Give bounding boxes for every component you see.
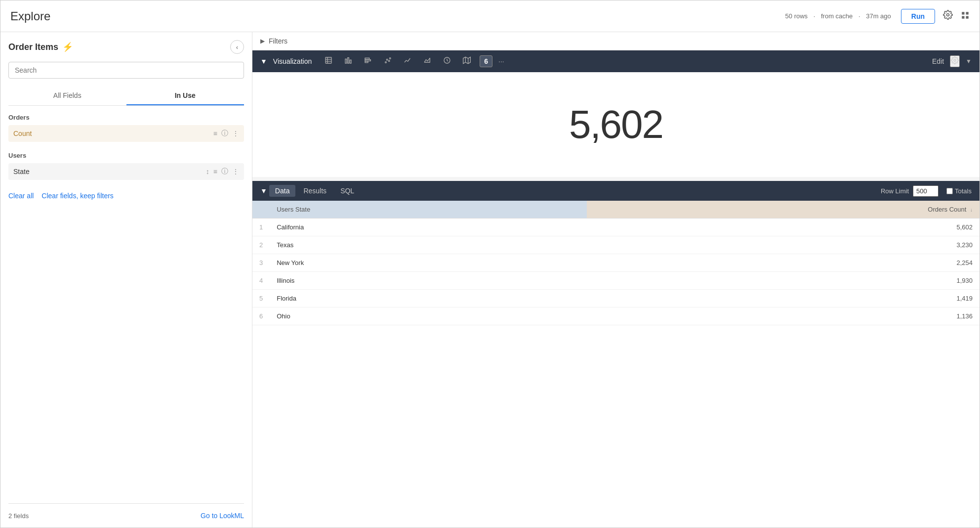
svg-point-0 bbox=[947, 14, 949, 16]
count-field[interactable]: Count ≡ ⓘ ⋮ bbox=[8, 125, 244, 142]
filter-icon[interactable]: ≡ bbox=[213, 130, 217, 137]
svg-point-15 bbox=[385, 62, 387, 63]
count-cell: 1,930 bbox=[587, 272, 980, 290]
row-number: 1 bbox=[252, 219, 270, 236]
count-field-label: Count bbox=[13, 130, 32, 137]
svg-rect-14 bbox=[365, 61, 368, 63]
viz-scatter-icon[interactable] bbox=[381, 54, 395, 68]
viz-line-icon[interactable] bbox=[401, 54, 414, 68]
tab-all-fields[interactable]: All Fields bbox=[8, 87, 126, 105]
pivot-icon[interactable]: ↕ bbox=[206, 168, 209, 176]
state-cell: New York bbox=[270, 254, 587, 272]
header-right: 50 rows · from cache · 37m ago Run bbox=[783, 9, 970, 24]
sidebar-title-row: Order Items ⚡ bbox=[8, 42, 73, 52]
state-cell: California bbox=[270, 219, 587, 236]
visualization-section: ▼ Visualization bbox=[252, 50, 980, 177]
count-cell: 1,136 bbox=[587, 308, 980, 325]
data-table: Users State Orders Count ↓ 1 California … bbox=[252, 201, 980, 325]
viz-more-icon[interactable]: ··· bbox=[498, 57, 504, 65]
data-tab-data[interactable]: Data bbox=[269, 185, 296, 197]
viz-area-icon[interactable] bbox=[420, 54, 434, 68]
table-row: 2 Texas 3,230 bbox=[252, 236, 980, 254]
count-cell: 3,230 bbox=[587, 236, 980, 254]
info-icon-state[interactable]: ⓘ bbox=[221, 167, 228, 176]
viz-map-icon[interactable] bbox=[460, 54, 474, 68]
state-cell: Texas bbox=[270, 236, 587, 254]
filter-icon-state[interactable]: ≡ bbox=[213, 168, 217, 176]
filters-label: Filters bbox=[269, 37, 287, 45]
sidebar: Order Items ⚡ ‹ All Fields In Use Orders… bbox=[0, 32, 252, 528]
run-button[interactable]: Run bbox=[901, 9, 935, 24]
svg-rect-4 bbox=[966, 16, 969, 18]
row-limit-input[interactable] bbox=[913, 185, 939, 197]
svg-point-23 bbox=[954, 59, 956, 61]
svg-rect-12 bbox=[365, 58, 369, 59]
row-limit-label: Row Limit bbox=[881, 187, 909, 195]
viz-table-icon[interactable] bbox=[322, 54, 335, 68]
svg-rect-3 bbox=[962, 16, 964, 18]
lightning-icon: ⚡ bbox=[62, 42, 73, 52]
count-cell: 1,419 bbox=[587, 290, 980, 308]
search-input[interactable] bbox=[8, 62, 244, 79]
data-tab-results[interactable]: Results bbox=[297, 185, 332, 197]
content-area: ▶ Filters ▼ Visualization bbox=[252, 32, 980, 528]
viz-edit-label[interactable]: Edit bbox=[932, 57, 944, 65]
viz-settings-chevron-icon[interactable]: ▼ bbox=[966, 58, 972, 65]
settings-icon[interactable] bbox=[943, 10, 953, 22]
viz-clock-icon[interactable] bbox=[440, 54, 454, 68]
sidebar-title: Order Items bbox=[8, 42, 58, 52]
svg-marker-20 bbox=[463, 57, 471, 63]
svg-rect-1 bbox=[962, 12, 964, 14]
row-number: 3 bbox=[252, 254, 270, 272]
data-tab-sql[interactable]: SQL bbox=[334, 185, 360, 197]
collapse-sidebar-button[interactable]: ‹ bbox=[230, 40, 244, 54]
viz-horizontal-bar-icon[interactable] bbox=[361, 54, 375, 68]
row-number: 6 bbox=[252, 308, 270, 325]
viz-number-icon[interactable]: 6 bbox=[480, 55, 492, 67]
sort-icon: ↓ bbox=[970, 207, 973, 213]
table-row: 6 Ohio 1,136 bbox=[252, 308, 980, 325]
totals-checkbox[interactable] bbox=[946, 188, 953, 194]
row-num-header bbox=[252, 201, 270, 219]
clear-fields-button[interactable]: Clear fields, keep filters bbox=[41, 192, 114, 200]
row-number: 5 bbox=[252, 290, 270, 308]
svg-point-18 bbox=[390, 58, 391, 59]
viz-toolbar: ▼ Visualization bbox=[252, 50, 980, 72]
row-number: 2 bbox=[252, 236, 270, 254]
svg-rect-13 bbox=[365, 60, 370, 61]
sidebar-footer: 2 fields Go to LookML bbox=[8, 503, 244, 520]
svg-point-16 bbox=[387, 59, 388, 60]
row-number: 4 bbox=[252, 272, 270, 290]
big-number-display: 5,602 bbox=[569, 102, 663, 147]
tab-in-use[interactable]: In Use bbox=[126, 87, 245, 105]
go-to-lookml-button[interactable]: Go to LookML bbox=[201, 512, 244, 520]
svg-point-17 bbox=[389, 60, 390, 62]
main-layout: Order Items ⚡ ‹ All Fields In Use Orders… bbox=[0, 32, 980, 528]
viz-chevron-icon[interactable]: ▼ bbox=[260, 57, 267, 65]
orders-group-label: Orders bbox=[8, 114, 244, 121]
state-field[interactable]: State ↕ ≡ ⓘ ⋮ bbox=[8, 163, 244, 180]
viz-bar-icon[interactable] bbox=[341, 54, 355, 68]
filters-bar[interactable]: ▶ Filters bbox=[252, 32, 980, 50]
data-chevron-icon[interactable]: ▼ bbox=[260, 187, 267, 195]
state-field-icons: ↕ ≡ ⓘ ⋮ bbox=[206, 167, 239, 176]
page-title: Explore bbox=[10, 9, 50, 23]
grid-icon[interactable] bbox=[961, 11, 970, 22]
info-icon[interactable]: ⓘ bbox=[221, 129, 228, 138]
clear-all-button[interactable]: Clear all bbox=[8, 192, 34, 200]
state-field-label: State bbox=[13, 168, 30, 176]
state-column-header[interactable]: Users State bbox=[270, 201, 587, 219]
viz-settings-icon[interactable] bbox=[950, 55, 960, 67]
svg-rect-5 bbox=[326, 57, 331, 63]
table-row: 1 California 5,602 bbox=[252, 219, 980, 236]
header-meta: 50 rows · from cache · 37m ago bbox=[783, 12, 893, 20]
data-toolbar: ▼ Data Results SQL Row Limit Totals bbox=[252, 181, 980, 201]
orders-group: Orders Count ≡ ⓘ ⋮ bbox=[8, 114, 244, 144]
count-column-header[interactable]: Orders Count ↓ bbox=[587, 201, 980, 219]
totals-label[interactable]: Totals bbox=[946, 187, 972, 195]
count-cell: 5,602 bbox=[587, 219, 980, 236]
more-icon[interactable]: ⋮ bbox=[232, 130, 239, 137]
svg-rect-2 bbox=[966, 12, 969, 14]
svg-rect-11 bbox=[350, 60, 352, 63]
more-icon-state[interactable]: ⋮ bbox=[232, 168, 239, 176]
